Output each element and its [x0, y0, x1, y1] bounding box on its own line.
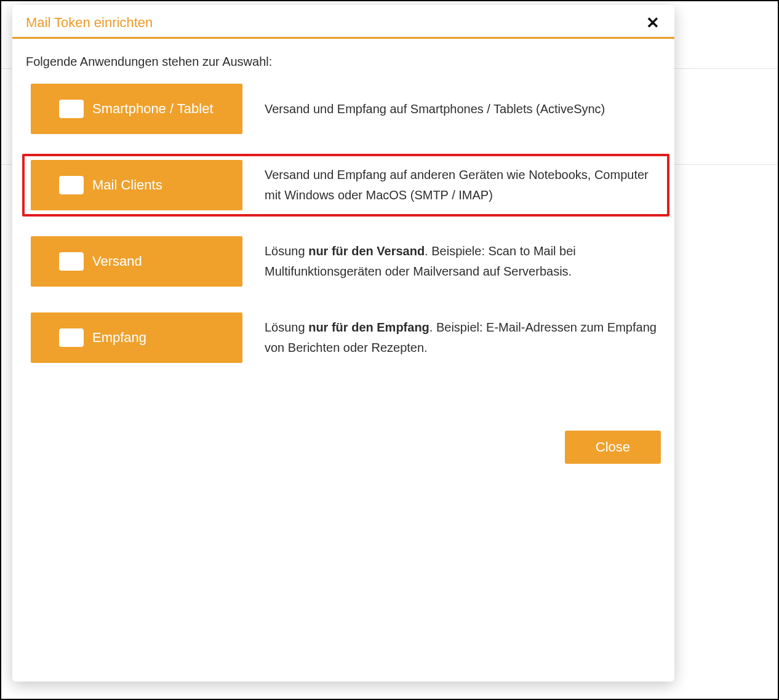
envelope-icon: [58, 100, 85, 118]
envelope-icon: [58, 176, 85, 194]
option-description: Versand und Empfang auf anderen Geräten …: [265, 165, 661, 205]
option-row-smartphone-tablet: Smartphone / Tablet Versand und Empfang …: [31, 84, 661, 134]
envelope-icon: [58, 328, 85, 347]
option-button-label: Empfang: [92, 330, 146, 346]
modal-footer: Close: [12, 431, 674, 464]
option-description: Lösung nur für den Empfang. Beispiel: E-…: [265, 317, 661, 358]
envelope-icon: [58, 252, 85, 271]
option-row-versand: Versand Lösung nur für den Versand. Beis…: [31, 236, 661, 287]
close-button[interactable]: Close: [565, 431, 661, 464]
option-button-smartphone-tablet[interactable]: Smartphone / Tablet: [31, 84, 242, 134]
close-icon[interactable]: ✕: [645, 15, 661, 31]
intro-text: Folgende Anwendungen stehen zur Auswahl:: [26, 55, 661, 69]
options-list: Smartphone / Tablet Versand und Empfang …: [26, 84, 661, 363]
modal-body: Folgende Anwendungen stehen zur Auswahl:…: [12, 39, 674, 369]
option-button-mail-clients[interactable]: Mail Clients: [31, 160, 242, 210]
modal-title: Mail Token einrichten: [26, 15, 153, 31]
option-description: Versand und Empfang auf Smartphones / Ta…: [265, 99, 605, 119]
modal-header: Mail Token einrichten ✕: [12, 5, 674, 39]
option-button-label: Smartphone / Tablet: [92, 101, 214, 117]
option-button-label: Mail Clients: [92, 177, 162, 193]
option-button-label: Versand: [92, 253, 142, 269]
option-button-empfang[interactable]: Empfang: [31, 312, 242, 363]
option-button-versand[interactable]: Versand: [31, 236, 242, 287]
option-description: Lösung nur für den Versand. Beispiele: S…: [265, 241, 661, 282]
option-row-empfang: Empfang Lösung nur für den Empfang. Beis…: [31, 312, 661, 363]
mail-token-modal: Mail Token einrichten ✕ Folgende Anwendu…: [12, 5, 674, 682]
option-row-mail-clients: Mail Clients Versand und Empfang auf and…: [31, 160, 661, 210]
